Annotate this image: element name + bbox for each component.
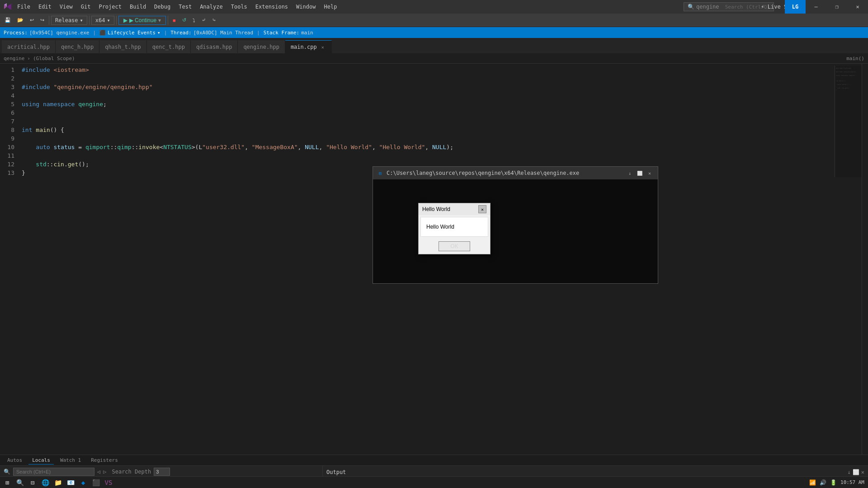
hw-dialog-close-button[interactable]: ✕ <box>478 205 486 213</box>
taskbar-network-icon: 📶 <box>809 479 816 486</box>
search-locals-input[interactable] <box>13 468 94 476</box>
output-controls: ↓ ⬜ ✕ <box>848 469 864 475</box>
watch1-tab[interactable]: Watch 1 <box>57 456 85 464</box>
search-depth-label: Search Depth <box>112 469 151 475</box>
tab-qengine[interactable]: qengine.hpp <box>238 40 285 53</box>
maximize-output-icon[interactable]: ⬜ <box>853 469 859 475</box>
arch-label: x64 <box>95 17 105 23</box>
taskbar-edge[interactable]: 🌐 <box>40 477 51 488</box>
taskbar-start[interactable]: ⊞ <box>2 477 13 488</box>
toolbar-stop[interactable]: ■ <box>170 17 179 24</box>
taskbar-vs[interactable]: VS <box>103 477 114 488</box>
terminal-content <box>373 179 658 183</box>
tab-main-cpp-label: main.cpp <box>291 44 317 50</box>
toolbar-step-over[interactable]: ⤵ <box>190 17 198 24</box>
scope-arrow: › <box>27 56 30 61</box>
menu-bar: File Edit View Git Project Build Debug T… <box>14 2 340 12</box>
toolbar-step-in[interactable]: ⤶ <box>199 16 208 24</box>
close-button[interactable]: ✕ <box>847 0 868 14</box>
scroll-down-icon[interactable]: ↓ <box>848 469 851 475</box>
autos-tab[interactable]: Autos <box>4 456 26 464</box>
window-controls: LG — ❐ ✕ <box>785 0 868 14</box>
lifecycle-item[interactable]: ⬛ Lifecycle Events ▾ <box>99 30 160 36</box>
code-container: 12345 678910 111213 #include <iostream> … <box>0 64 862 177</box>
menu-project[interactable]: Project <box>95 2 125 12</box>
toolbar-sep-4 <box>168 16 168 25</box>
release-dropdown[interactable]: Release ▾ <box>51 16 87 25</box>
hw-dialog-title: Hello World <box>422 206 450 212</box>
tab-acritical[interactable]: acritical.hpp <box>2 40 56 53</box>
terminal-title: C:\Users\laneg\source\repos\qengine\x64\… <box>387 170 623 176</box>
taskbar-explorer[interactable]: 📁 <box>52 477 63 488</box>
taskbar-sound-icon: 🔊 <box>820 479 826 486</box>
toolbar-save[interactable]: 💾 <box>2 16 14 24</box>
menu-analyze[interactable]: Analyze <box>196 2 226 12</box>
search-depth-input[interactable] <box>154 468 170 476</box>
close-output-icon[interactable]: ✕ <box>861 469 864 475</box>
terminal-scroll-down[interactable]: ↓ <box>625 169 634 178</box>
menu-debug[interactable]: Debug <box>151 2 174 12</box>
chevron-down-icon: ▾ <box>80 17 83 23</box>
menu-tools[interactable]: Tools <box>227 2 251 12</box>
stack-item: Stack Frame: main <box>264 30 313 36</box>
minimize-button[interactable]: — <box>806 0 826 14</box>
menu-file[interactable]: File <box>14 2 34 12</box>
menu-help[interactable]: Help <box>320 2 340 12</box>
code-content[interactable]: #include <iostream> #include "qengine/en… <box>18 66 835 177</box>
registers-tab[interactable]: Registers <box>87 456 122 464</box>
menu-build[interactable]: Build <box>126 2 150 12</box>
toolbar-sep-1 <box>49 16 49 25</box>
hw-ok-button[interactable]: OK <box>439 241 470 251</box>
line-numbers: 12345 678910 111213 <box>0 66 18 177</box>
terminal-expand[interactable]: ⬜ <box>635 169 644 178</box>
toolbar-redo[interactable]: ↪ <box>38 16 47 24</box>
tab-main-cpp[interactable]: main.cpp ✕ <box>285 40 332 53</box>
lifecycle-icon: ⬛ <box>99 30 106 36</box>
menu-extensions[interactable]: Extensions <box>252 2 292 12</box>
hw-dialog-body: Hello World <box>420 217 488 237</box>
toolbar-open[interactable]: 📂 <box>14 16 26 24</box>
menu-git[interactable]: Git <box>77 2 94 12</box>
toolbar-step-out[interactable]: ⤷ <box>209 16 219 24</box>
menu-view[interactable]: View <box>56 2 76 12</box>
taskbar-battery-icon: 🔋 <box>830 479 837 486</box>
chevron-down-icon-2: ▾ <box>107 17 110 23</box>
menu-test[interactable]: Test <box>175 2 195 12</box>
scrollbar-right[interactable] <box>862 64 868 455</box>
user-badge[interactable]: LG <box>785 0 806 14</box>
taskbar-task-view[interactable]: ⊟ <box>27 477 38 488</box>
minimap: #include <iostream> #include "qengine/en… <box>835 66 862 177</box>
terminal-close[interactable]: ✕ <box>645 169 654 178</box>
hw-dialog-footer: OK <box>419 239 490 254</box>
chevron-lifecycle: ▾ <box>157 30 160 36</box>
taskbar-search[interactable]: 🔍 <box>14 477 25 488</box>
locals-tab[interactable]: Locals <box>28 456 54 465</box>
tab-qenc_h[interactable]: qenc_h.hpp <box>56 40 99 53</box>
arch-dropdown[interactable]: x64 ▾ <box>91 16 114 25</box>
menu-edit[interactable]: Edit <box>35 2 55 12</box>
tab-close-icon[interactable]: ✕ <box>320 44 326 50</box>
title-bar: File Edit View Git Project Build Debug T… <box>0 0 868 14</box>
output-title: Output <box>326 469 346 475</box>
search-icon-locals: 🔍 <box>4 469 10 475</box>
tab-qhash_t[interactable]: qhash_t.hpp <box>99 40 146 53</box>
search-text: qengine <box>696 4 719 10</box>
continue-button[interactable]: ▶ ▶ Continue ▾ <box>118 16 166 25</box>
toolbar-restart[interactable]: ↺ <box>179 16 189 24</box>
tab-qenc_t[interactable]: qenc_t.hpp <box>147 40 191 53</box>
terminal-window: ⊞ C:\Users\laneg\source\repos\qengine\x6… <box>373 166 658 284</box>
hw-dialog-titlebar: Hello World ✕ <box>419 203 490 215</box>
back-icon[interactable]: ◁ <box>97 469 100 475</box>
menu-window[interactable]: Window <box>292 2 319 12</box>
taskbar-terminal[interactable]: ⬛ <box>90 477 101 488</box>
toolbar-undo[interactable]: ↩ <box>27 16 37 24</box>
terminal-icon: ⊞ <box>377 169 384 177</box>
taskbar-mail[interactable]: 📧 <box>65 477 76 488</box>
play-icon: ▶ <box>123 17 127 23</box>
tab-qdisasm[interactable]: qdisasm.hpp <box>191 40 238 53</box>
restore-button[interactable]: ❐ <box>826 0 847 14</box>
taskbar-vscode[interactable]: ◆ <box>78 477 89 488</box>
continue-label: ▶ Continue <box>129 17 156 23</box>
forward-icon[interactable]: ▷ <box>103 469 106 475</box>
toolbar-sep-2 <box>89 16 90 25</box>
